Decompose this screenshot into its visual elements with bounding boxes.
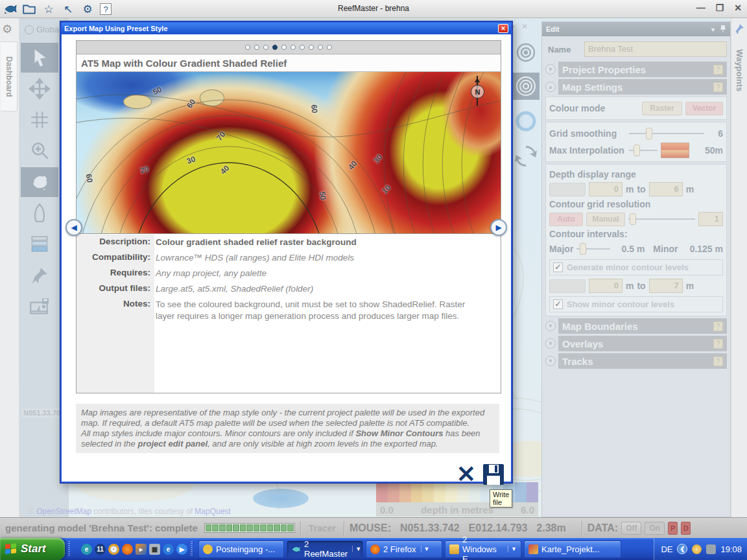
taskbar-button-firefox[interactable]: 2 Firefox ▼: [366, 541, 442, 558]
contour-lines: [77, 72, 501, 234]
contour-depth-label: 50: [318, 191, 327, 201]
detail-row: Compatibility:Lowrance™ HDS (all ranges)…: [77, 250, 501, 266]
data-d-button[interactable]: D: [681, 522, 691, 535]
system-tray: DE ❮ 19:08: [654, 538, 747, 560]
data-p-button[interactable]: P: [668, 522, 678, 535]
detail-row: Requires:Any map project, any palette: [77, 266, 501, 281]
pager-dot[interactable]: [309, 45, 314, 50]
mouse-latitude: N051.33.742: [400, 522, 460, 534]
status-message: generating model 'Brehna Test': complete: [0, 522, 198, 533]
chevron-down-icon[interactable]: ▼: [352, 546, 361, 552]
firefox-icon: [370, 544, 380, 554]
tray-box-icon[interactable]: [706, 544, 716, 554]
previous-style-button[interactable]: ◀: [65, 219, 82, 236]
style-details: Description:Colour gradient shaded relie…: [77, 235, 501, 393]
taskbar-button-karte-projekt[interactable]: Karte_Projekt...: [524, 541, 621, 558]
dialog-title: Export Map Using Preset Style: [64, 25, 498, 32]
progress-segment: [287, 524, 294, 531]
write-file-button[interactable]: [482, 463, 504, 485]
outlook-icon[interactable]: 🕘: [108, 544, 119, 555]
next-style-button[interactable]: ▶: [490, 219, 507, 236]
folder-icon: [449, 544, 459, 554]
taskbar-button-explorer[interactable]: 2 Windows E... ▼: [445, 541, 521, 558]
dialog-titlebar[interactable]: Export Map Using Preset Style ✕: [62, 23, 511, 34]
progress-segment: [240, 524, 246, 531]
pager-dot[interactable]: [281, 45, 287, 50]
mail-icon: [203, 544, 213, 554]
progress-segment: [267, 524, 274, 531]
dialog-close-button[interactable]: ✕: [498, 24, 508, 33]
style-preview-map: N 506070602030406050403010: [77, 72, 501, 234]
data-label: DATA:: [587, 522, 618, 534]
reefmaster-fish-icon: [291, 544, 301, 554]
style-heading: AT5 Map with Colour Gradient Shaded Reli…: [77, 54, 501, 72]
document-icon: [528, 544, 538, 554]
calculator-icon[interactable]: ▦: [149, 544, 160, 555]
data-on-button[interactable]: On: [645, 522, 665, 535]
restore-button[interactable]: ❐: [716, 3, 724, 13]
clock: 19:08: [720, 544, 742, 554]
detail-row: Description:Colour gradient shaded relie…: [77, 235, 501, 250]
taskbar-button-posteingang[interactable]: Posteingang -...: [198, 541, 284, 558]
quick-launch: e 11 🕘 ▸ ▦ e ▶: [81, 544, 187, 555]
progress-segment: [246, 524, 253, 531]
data-off-button[interactable]: Off: [621, 522, 641, 535]
windows-logo-icon: [5, 543, 17, 555]
preset-style-card: AT5 Map with Colour Gradient Shaded Reli…: [76, 40, 501, 393]
tray-outlook-icon[interactable]: [692, 544, 702, 554]
progress-segment: [206, 524, 212, 531]
progress-segment: [274, 524, 280, 531]
firefox-icon[interactable]: [122, 544, 133, 555]
chevron-down-icon[interactable]: ▼: [421, 546, 430, 552]
dialog-footnote: Map images are representative of the map…: [76, 404, 499, 453]
progress-segment: [260, 524, 267, 531]
window-titlebar: ☆ ↖ ⚙ ? ReefMaster - brehna — ❐ ✕: [0, 0, 747, 18]
media-player-icon[interactable]: ▸: [136, 544, 147, 555]
progress-segment: [233, 524, 239, 531]
north-compass-icon: N: [469, 77, 486, 106]
mouse-longitude: E012.14.793: [469, 522, 528, 534]
pager-dot[interactable]: [254, 45, 259, 50]
detail-row: Notes:To see the coloured background, un…: [77, 297, 501, 324]
pager-dot[interactable]: [245, 45, 250, 50]
mouse-label: MOUSE:: [350, 522, 391, 534]
pager-dot[interactable]: [300, 45, 305, 50]
detail-row: Output files:Large.at5, at5.xml, ShadedR…: [77, 281, 501, 297]
write-file-tooltip: Write file: [490, 489, 512, 508]
style-pager[interactable]: [77, 41, 501, 54]
progress-bar: [204, 523, 295, 533]
progress-segment: [226, 524, 233, 531]
progress-segment: [219, 524, 226, 531]
close-button[interactable]: ✕: [734, 3, 742, 13]
minimize-button[interactable]: —: [696, 3, 706, 13]
messenger-icon[interactable]: e: [81, 544, 92, 555]
taskbar-button-reefmaster[interactable]: 2 ReefMaster ▼: [287, 541, 363, 558]
contour-depth-label: 60: [309, 104, 319, 114]
progress-segment: [212, 524, 219, 531]
pager-dot[interactable]: [290, 45, 296, 50]
status-bar: generating model 'Brehna Test': complete…: [0, 517, 747, 538]
internet-explorer-icon[interactable]: e: [163, 544, 174, 555]
progress-segment: [254, 524, 260, 531]
contour-depth-label: 60: [84, 173, 95, 183]
pager-dot[interactable]: [318, 45, 323, 50]
play-icon[interactable]: ▶: [176, 544, 187, 555]
language-indicator[interactable]: DE: [661, 544, 672, 554]
mouse-depth: 2.38m: [536, 522, 565, 534]
progress-segment: [281, 524, 287, 531]
hide-icons-chevron[interactable]: ❮: [677, 544, 687, 554]
program-icon[interactable]: 11: [95, 544, 106, 555]
taskbar: Start e 11 🕘 ▸ ▦ e ▶ Posteingang -... 2 …: [0, 538, 747, 560]
start-button[interactable]: Start: [0, 538, 65, 560]
cancel-button[interactable]: ✕: [456, 465, 476, 484]
pager-dot[interactable]: [327, 45, 332, 50]
pager-dot[interactable]: [263, 45, 268, 50]
chevron-down-icon[interactable]: ▼: [508, 546, 517, 552]
window-title: ReefMaster - brehna: [0, 4, 747, 13]
pager-dot[interactable]: [272, 45, 278, 50]
tracer-button[interactable]: Tracer: [306, 523, 338, 533]
export-map-dialog: Export Map Using Preset Style ✕ AT5 Map …: [60, 21, 512, 483]
